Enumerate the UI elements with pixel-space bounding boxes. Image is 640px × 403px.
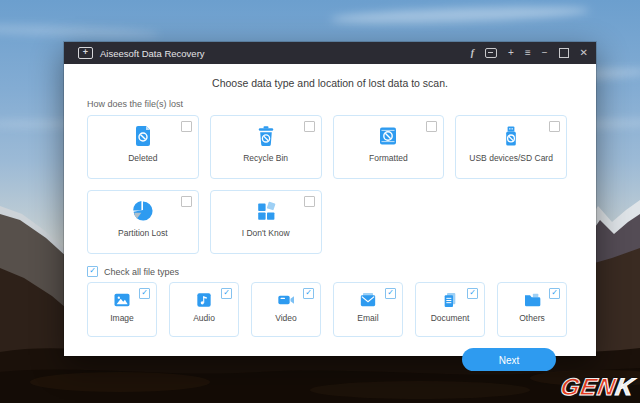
file-types-grid: Image Audio — [87, 282, 567, 337]
filetype-document[interactable]: Document — [415, 282, 485, 337]
checkbox[interactable] — [139, 288, 150, 299]
scan-options-grid: Deleted Recycle Bin — [87, 115, 567, 254]
card-label: Document — [431, 313, 470, 323]
scan-option-partition-lost[interactable]: Partition Lost — [87, 190, 199, 254]
window-title: Aiseesoft Data Recovery — [100, 48, 471, 59]
card-label: Others — [519, 313, 545, 323]
checkbox[interactable] — [303, 288, 314, 299]
card-label: Audio — [193, 313, 215, 323]
next-button[interactable]: Next — [462, 348, 556, 371]
video-icon — [276, 290, 296, 310]
document-icon — [440, 290, 460, 310]
checkbox[interactable] — [304, 196, 315, 207]
image-icon — [112, 290, 132, 310]
genk-watermark-logo: GENK — [559, 375, 637, 399]
card-label: Video — [275, 313, 297, 323]
scan-option-deleted[interactable]: Deleted — [87, 115, 199, 179]
titlebar[interactable]: + Aiseesoft Data Recovery f + ≡ − ✕ — [64, 42, 596, 64]
feedback-icon[interactable] — [485, 48, 497, 58]
page-title: Choose data type and location of lost da… — [64, 77, 596, 89]
usb-drive-icon — [499, 124, 523, 148]
check-all-label: Check all file types — [104, 267, 179, 277]
card-label: Deleted — [128, 153, 157, 163]
scan-option-formatted[interactable]: Formatted — [333, 115, 445, 179]
checkbox[interactable] — [426, 121, 437, 132]
card-label: Partition Lost — [118, 228, 168, 238]
facebook-icon[interactable]: f — [471, 48, 474, 58]
scan-section-label: How does the file(s) lost — [87, 99, 596, 109]
scan-option-recycle-bin[interactable]: Recycle Bin — [210, 115, 322, 179]
email-icon — [358, 290, 378, 310]
audio-icon — [194, 290, 214, 310]
filetype-image[interactable]: Image — [87, 282, 157, 337]
desktop-wallpaper: GENK + Aiseesoft Data Recovery f + ≡ − ✕… — [0, 0, 640, 403]
card-label: USB devices/SD Card — [469, 153, 553, 163]
deleted-file-icon — [131, 124, 155, 148]
main-content: Choose data type and location of lost da… — [64, 64, 596, 371]
filetype-email[interactable]: Email — [333, 282, 403, 337]
app-logo-icon: + — [78, 47, 93, 59]
checkbox[interactable] — [87, 266, 98, 277]
card-label: Recycle Bin — [243, 153, 288, 163]
recycle-bin-icon — [254, 124, 278, 148]
unknown-grid-icon — [254, 199, 278, 223]
filetype-video[interactable]: Video — [251, 282, 321, 337]
scan-option-usb-sd[interactable]: USB devices/SD Card — [455, 115, 567, 179]
checkbox[interactable] — [221, 288, 232, 299]
formatted-drive-icon — [376, 124, 400, 148]
maximize-icon[interactable] — [559, 48, 569, 58]
checkbox[interactable] — [549, 121, 560, 132]
partition-pie-icon — [131, 199, 155, 223]
card-label: Formatted — [369, 153, 408, 163]
filetype-audio[interactable]: Audio — [169, 282, 239, 337]
checkbox[interactable] — [304, 121, 315, 132]
card-label: I Don't Know — [242, 228, 290, 238]
checkbox[interactable] — [467, 288, 478, 299]
checkbox[interactable] — [181, 121, 192, 132]
minimize-icon[interactable]: − — [542, 48, 548, 58]
card-label: Email — [357, 313, 378, 323]
close-icon[interactable]: ✕ — [580, 48, 588, 58]
checkbox[interactable] — [549, 288, 560, 299]
checkbox[interactable] — [181, 196, 192, 207]
menu-icon[interactable]: ≡ — [525, 48, 531, 58]
filetype-others[interactable]: Others — [497, 282, 567, 337]
card-label: Image — [110, 313, 134, 323]
others-folder-icon — [522, 290, 542, 310]
plus-icon[interactable]: + — [508, 48, 514, 58]
watermark-text-red: GEN — [558, 373, 618, 400]
scan-option-dont-know[interactable]: I Don't Know — [210, 190, 322, 254]
app-window: + Aiseesoft Data Recovery f + ≡ − ✕ Choo… — [64, 42, 596, 356]
checkbox[interactable] — [385, 288, 396, 299]
check-all-file-types[interactable]: Check all file types — [87, 266, 596, 277]
